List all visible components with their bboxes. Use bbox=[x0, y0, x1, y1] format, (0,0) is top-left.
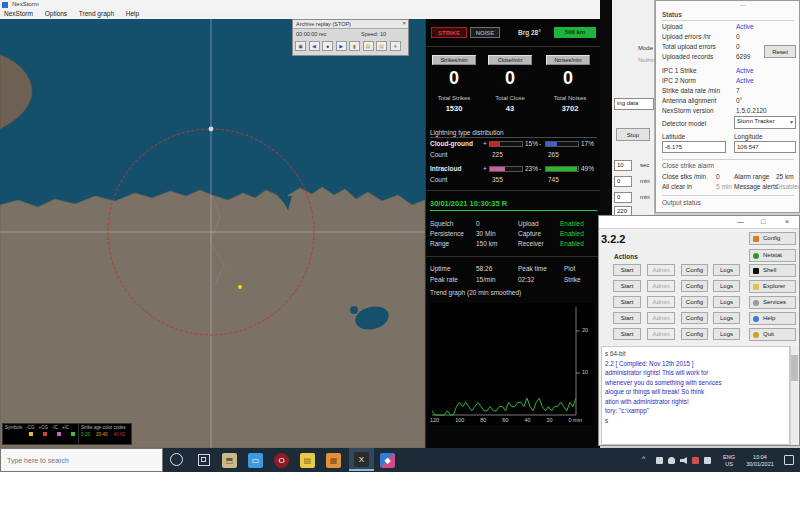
minimize-icon[interactable]: — bbox=[740, 2, 746, 8]
antenna-icon[interactable] bbox=[704, 457, 711, 464]
replay-stop-button[interactable]: ▣ bbox=[295, 41, 306, 51]
map-canvas bbox=[0, 19, 425, 448]
detector-model-dropdown[interactable]: Storm Tracker ▾ bbox=[734, 116, 796, 129]
start-button[interactable]: Start bbox=[613, 328, 641, 340]
menu-options[interactable]: Options bbox=[45, 10, 67, 17]
spinner-1-value[interactable]: 10 bbox=[614, 160, 632, 171]
ic-plus-sign: + bbox=[483, 165, 487, 172]
logs-button[interactable]: Logs bbox=[713, 312, 740, 324]
close-stks-value: 0 bbox=[716, 173, 720, 180]
app-icon-paint[interactable]: ◆ bbox=[380, 453, 395, 468]
close-per-min-value: 0 bbox=[488, 68, 532, 89]
tray-expand-caret[interactable]: ^ bbox=[642, 456, 645, 463]
logs-button[interactable]: Logs bbox=[713, 280, 740, 292]
opera-browser-icon[interactable]: O bbox=[274, 453, 289, 468]
spinner-3-value[interactable]: 0 bbox=[614, 192, 632, 203]
config-button[interactable]: Config bbox=[681, 296, 708, 308]
file-explorer-icon[interactable]: ▭ bbox=[248, 453, 263, 468]
longitude-field[interactable] bbox=[734, 141, 796, 153]
stop-button[interactable]: Stop bbox=[616, 128, 650, 141]
admin-button: Admin bbox=[647, 328, 675, 340]
logs-button[interactable]: Logs bbox=[713, 296, 740, 308]
config-button[interactable]: Config bbox=[681, 280, 708, 292]
app-icon-notes[interactable]: ▤ bbox=[300, 453, 315, 468]
replay-play-button[interactable]: ▶ bbox=[336, 41, 347, 51]
menu-trend-graph[interactable]: Trend graph bbox=[79, 10, 114, 17]
detector-model-label: Detector model bbox=[662, 120, 706, 127]
antenna-value: 0° bbox=[736, 97, 742, 104]
replay-rewind-button[interactable]: ◀ bbox=[309, 41, 320, 51]
replay-add-button[interactable]: ✛ bbox=[390, 41, 401, 51]
config-button[interactable]: Config bbox=[681, 264, 708, 276]
legend-col-ncg: -CG bbox=[26, 425, 34, 430]
logs-button[interactable]: Logs bbox=[713, 328, 740, 340]
cortana-icon[interactable] bbox=[170, 453, 183, 466]
cloud-icon[interactable] bbox=[668, 457, 675, 464]
replay-step-button[interactable]: ▮ bbox=[349, 41, 360, 51]
total-close-label: Total Close bbox=[486, 95, 534, 101]
cg-negative-bar bbox=[545, 141, 579, 147]
services-button[interactable]: Services bbox=[749, 296, 796, 309]
noises-per-min-button[interactable]: Noises/min bbox=[546, 55, 590, 65]
cg-negative-count: 265 bbox=[548, 151, 559, 158]
xampp-log[interactable]: s 64-bit 2.2 [ Compiled: Nov 12th 2015 ]… bbox=[601, 346, 790, 445]
help-button[interactable]: Help bbox=[749, 312, 796, 325]
strikes-per-min-button[interactable]: Strikes/min bbox=[432, 55, 476, 65]
trend-xticks: 120 100 80 60 40 20 0 min bbox=[430, 417, 582, 423]
replay-marker-b-button[interactable]: ▤ bbox=[376, 41, 387, 51]
language-indicator[interactable]: ENG US bbox=[720, 454, 738, 467]
reset-button[interactable]: Reset bbox=[764, 45, 796, 58]
log-scrollbar[interactable] bbox=[790, 346, 798, 445]
close-icon[interactable]: × bbox=[785, 218, 789, 225]
start-button[interactable]: Start bbox=[613, 280, 641, 292]
xampp-taskbar-button[interactable]: X bbox=[349, 448, 374, 471]
spinner-2-value[interactable]: 0 bbox=[614, 176, 632, 187]
terminal-icon bbox=[753, 268, 759, 274]
minimize-icon[interactable]: — bbox=[737, 218, 744, 225]
map-area[interactable]: Symbols -CG +CG -IC +IC Strike age color… bbox=[0, 19, 425, 448]
replay-elapsed: 00:00:00 rec bbox=[296, 31, 327, 37]
replay-pause-button[interactable]: ● bbox=[322, 41, 333, 51]
explorer-button[interactable]: Explorer bbox=[749, 280, 796, 293]
start-button[interactable]: Start bbox=[613, 296, 641, 308]
xampp-config-button[interactable]: Config bbox=[749, 232, 796, 245]
clock[interactable]: 10:04 30/01/2021 bbox=[742, 454, 778, 467]
pen-icon[interactable] bbox=[656, 457, 663, 464]
logs-button[interactable]: Logs bbox=[713, 264, 740, 276]
quit-button[interactable]: Quit bbox=[749, 328, 796, 341]
maximize-icon[interactable]: □ bbox=[761, 218, 765, 225]
search-input[interactable] bbox=[5, 456, 135, 465]
task-view-icon[interactable] bbox=[198, 454, 210, 466]
close-icon[interactable]: × bbox=[402, 20, 406, 26]
close-per-min-button[interactable]: Close/min bbox=[488, 55, 532, 65]
xampp-version: 3.2.2 bbox=[601, 233, 625, 245]
replay-marker-a-button[interactable]: ▤ bbox=[363, 41, 374, 51]
app-icon-store[interactable]: ⬒ bbox=[222, 453, 237, 468]
data-input[interactable]: ing data bbox=[614, 98, 654, 110]
admin-button: Admin bbox=[647, 280, 675, 292]
latitude-field[interactable] bbox=[662, 141, 726, 153]
plot-label: Plot bbox=[564, 265, 575, 272]
config-button[interactable]: Config bbox=[681, 312, 708, 324]
shell-button[interactable]: Shell bbox=[749, 264, 796, 277]
taskbar-search[interactable] bbox=[0, 448, 163, 472]
spinner-3-unit: min bbox=[640, 194, 650, 200]
start-button[interactable]: Start bbox=[613, 264, 641, 276]
trend-ytick-20: 20 bbox=[582, 327, 588, 333]
trend-xtick: 60 bbox=[502, 417, 508, 423]
network-icon[interactable] bbox=[692, 457, 699, 464]
notification-center-icon[interactable] bbox=[784, 455, 794, 465]
cg-positive-fill bbox=[490, 142, 500, 146]
config-button[interactable]: Config bbox=[681, 328, 708, 340]
app-icon-orange[interactable]: ▦ bbox=[326, 453, 341, 468]
nexstorm-menubar: NexStorm Options Trend graph Help bbox=[0, 9, 600, 19]
log-line: s 64-bit bbox=[605, 349, 786, 359]
start-button[interactable]: Start bbox=[613, 312, 641, 324]
replay-title[interactable]: Archive replay (STOP) bbox=[293, 20, 408, 29]
scrollbar-thumb[interactable] bbox=[791, 355, 798, 381]
ic-count-label: Count bbox=[430, 176, 447, 183]
quit-icon bbox=[753, 332, 759, 338]
menu-nexstorm[interactable]: NexStorm bbox=[4, 10, 33, 17]
menu-help[interactable]: Help bbox=[126, 10, 139, 17]
netstat-button[interactable]: Netstat bbox=[749, 249, 796, 262]
